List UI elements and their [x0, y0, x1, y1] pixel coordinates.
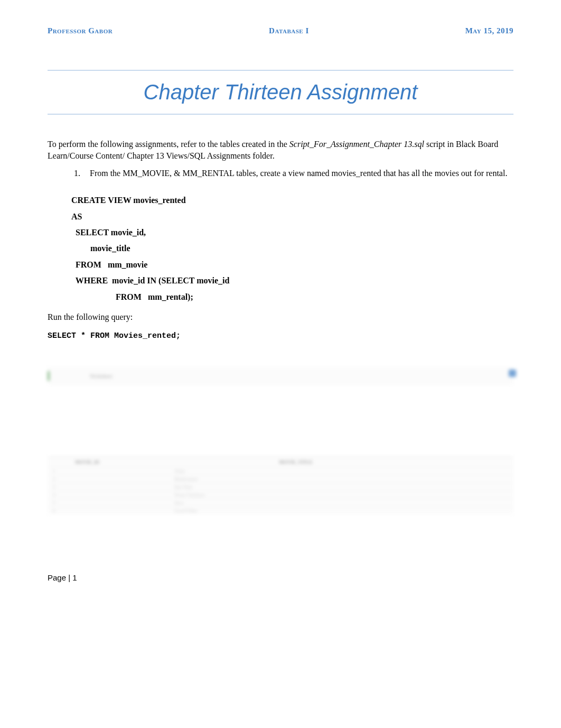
screenshot-toolbar: Worksheet — [48, 367, 513, 385]
run-query-label: Run the following query: — [48, 312, 513, 322]
page-header: Professor Gabor Database I May 15, 2019 — [48, 26, 513, 35]
table-row: 1 Alien — [48, 467, 513, 475]
title-section: Chapter Thirteen Assignment — [48, 70, 513, 115]
table-row: 4 Texas Chainsaw — [48, 491, 513, 499]
item-text: From the MM_MOVIE, & MM_RENTAL tables, c… — [90, 168, 507, 179]
header-right: May 15, 2019 — [465, 26, 513, 35]
results-grid: MOVIE_ID MOVIE_TITLE 1 Alien 2 Bladerunn… — [48, 457, 513, 514]
column-header: MOVIE_ID — [53, 459, 121, 465]
cell: 4 — [53, 492, 121, 497]
code-line: SELECT movie_id, — [71, 225, 513, 241]
column-header: MOVIE_TITLE — [217, 459, 375, 465]
code-line: WHERE movie_id IN (SELECT movie_id — [71, 273, 513, 289]
results-header-row: MOVIE_ID MOVIE_TITLE — [48, 457, 513, 467]
numbered-list: 1. From the MM_MOVIE, & MM_RENTAL tables… — [74, 168, 513, 179]
page-footer: Page | 1 — [48, 573, 513, 582]
cell: Jaws — [174, 500, 333, 505]
cell: 6 — [53, 508, 121, 513]
title-rule-bottom — [48, 114, 513, 115]
screenshot-editor-area — [48, 385, 513, 457]
list-item: 1. From the MM_MOVIE, & MM_RENTAL tables… — [74, 168, 513, 179]
table-row: 3 Star Wars — [48, 483, 513, 491]
cell: Star Wars — [174, 484, 333, 490]
header-left: Professor Gabor — [48, 26, 113, 35]
cell: Alien — [174, 468, 333, 474]
select-query: SELECT * FROM Movies_rented; — [48, 331, 513, 340]
cell: 5 — [53, 500, 121, 505]
intro-paragraph: To perform the following assignments, re… — [48, 139, 513, 162]
item-number: 1. — [74, 168, 80, 179]
cell: Bladerunner — [174, 476, 333, 482]
code-line: CREATE VIEW movies_rented — [71, 192, 513, 208]
cell: 3 — [53, 484, 121, 490]
table-row: 2 Bladerunner — [48, 475, 513, 483]
cell: 2 — [53, 476, 121, 482]
intro-text-1: To perform the following assignments, re… — [48, 140, 289, 149]
table-row: 6 Good Fellas — [48, 506, 513, 514]
code-line: movie_title — [71, 241, 513, 256]
corner-icon — [509, 370, 516, 377]
cell: Good Fellas — [174, 508, 333, 513]
worksheet-tab-label: Worksheet — [90, 373, 113, 379]
code-line: FROM mm_movie — [71, 257, 513, 273]
active-tab-indicator — [48, 371, 50, 381]
code-line: FROM mm_rental); — [71, 289, 513, 305]
cell: Texas Chainsaw — [174, 492, 333, 497]
header-center: Database I — [269, 26, 309, 35]
table-row: 5 Jaws — [48, 499, 513, 506]
intro-italic: Script_For_Assignment_Chapter 13.sql — [289, 140, 424, 149]
sql-code-block: CREATE VIEW movies_rented AS SELECT movi… — [71, 192, 513, 305]
code-line: AS — [71, 209, 513, 225]
results-screenshot: Worksheet MOVIE_ID MOVIE_TITLE 1 Alien 2… — [48, 367, 513, 531]
cell: 1 — [53, 468, 121, 474]
page-title: Chapter Thirteen Assignment — [48, 71, 513, 114]
